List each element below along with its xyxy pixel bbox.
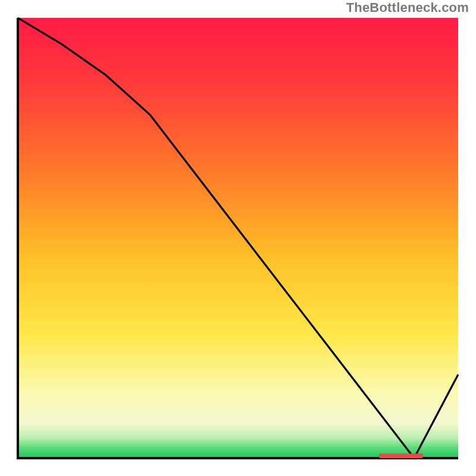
plot-background [18, 18, 458, 458]
bottleneck-chart [0, 0, 476, 476]
chart-container: TheBottleneck.com [0, 0, 476, 476]
optimal-range-marker [379, 453, 423, 458]
